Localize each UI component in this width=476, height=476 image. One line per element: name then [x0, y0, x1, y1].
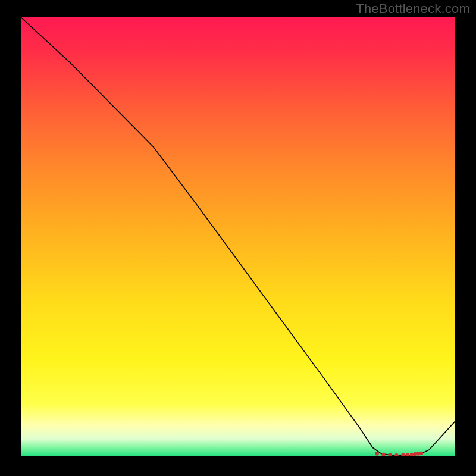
plot-area: [21, 17, 455, 456]
attribution-label: TheBottleneck.com: [356, 1, 470, 17]
marker-point: [410, 453, 414, 456]
chart-container: TheBottleneck.com: [0, 0, 476, 476]
marker-point: [375, 452, 378, 455]
marker-point: [381, 453, 385, 456]
marker-point: [419, 452, 423, 455]
plot-background: [21, 17, 455, 456]
chart-svg: [21, 17, 455, 456]
